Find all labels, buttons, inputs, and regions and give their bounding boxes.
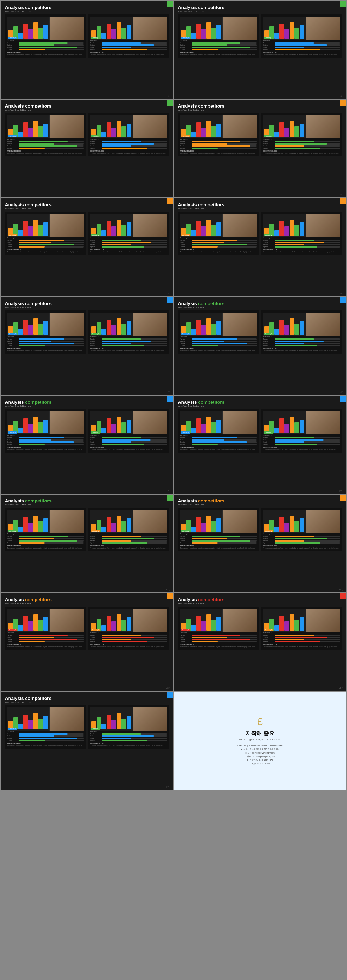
slide-9: Analysis competitors Insert Your Great S… — [1, 396, 173, 493]
desc-text: There are many variations of lorem ipsum… — [180, 54, 257, 56]
bar-label: Opinion — [7, 641, 18, 643]
desc-text: There are many variations of lorem ipsum… — [263, 350, 340, 352]
bar-row: Opinion — [90, 443, 167, 445]
bar-label: Opinion — [263, 147, 274, 149]
bar-label: Opinion — [90, 246, 101, 248]
bar-fill — [19, 439, 51, 441]
premium-label: PREMIUM SLIDES — [7, 249, 84, 251]
slide-title: Analysis competitors — [178, 400, 342, 405]
bar-row: Creative — [90, 540, 167, 541]
slide-number: (4) — [341, 193, 343, 196]
bar-fill — [102, 244, 131, 245]
slide-subtitle: Insert Your Great Subtitle Here — [5, 306, 169, 308]
bar-label: Creative — [180, 244, 191, 245]
bar-row: Opinion — [180, 246, 257, 248]
title-text: Analysis competitors — [178, 202, 224, 207]
bar-row: Number — [7, 634, 84, 636]
corner-badge — [340, 495, 346, 501]
slide-content: Company 1 Company 1 Number Statistic — [178, 310, 342, 354]
bar-fill — [19, 637, 54, 638]
company-card-0: Company 1 Company 1 Number Statistic — [5, 310, 86, 354]
bar-fill — [102, 143, 154, 145]
bar-fill — [192, 437, 237, 439]
bar-fill — [192, 339, 237, 340]
company-card-0: Company 1 Company 1 Number Statistic — [178, 113, 259, 156]
company-label: Company 1 — [7, 237, 84, 239]
title-text: Analysis competitors — [5, 301, 51, 306]
bar-fill — [102, 246, 144, 248]
bar-row: Number — [7, 141, 84, 142]
bar-fill — [275, 240, 314, 241]
slide-subtitle: Insert Your Great Subtitle Here — [5, 10, 169, 12]
bar-fill — [192, 240, 237, 241]
bar-row: Statistic — [263, 538, 340, 539]
bar-label: Statistic — [180, 439, 191, 441]
bar-track — [192, 542, 257, 544]
bar-row: Opinion — [180, 345, 257, 346]
bar-track — [102, 240, 167, 241]
bar-row: Number — [263, 634, 340, 636]
bar-label: Statistic — [180, 340, 191, 342]
bar-fill — [102, 148, 148, 149]
company-label: Company 2 — [263, 434, 340, 436]
bar-row: Number — [7, 733, 84, 735]
bar-row: Opinion — [7, 443, 84, 445]
bar-fill — [102, 444, 144, 445]
company-label: Company 1 — [7, 138, 84, 140]
bar-row: Statistic — [180, 44, 257, 46]
desc-text: There are many variations of lorem ipsum… — [90, 54, 167, 56]
company-card-0: Company 1 Company 1 Number Statistic — [5, 508, 86, 551]
bar-track — [19, 339, 84, 340]
bar-label: Opinion — [180, 246, 191, 248]
corner-badge — [340, 100, 346, 106]
bar-fill — [192, 246, 218, 248]
desc-text: There are many variations of lorem ipsum… — [263, 547, 340, 549]
bar-track — [275, 339, 340, 340]
bar-track — [19, 441, 84, 443]
bar-track — [192, 635, 257, 636]
bar-label: Creative — [90, 441, 101, 443]
premium-label: PREMIUM SLIDES — [7, 51, 84, 53]
slide-number: (11) — [166, 588, 170, 590]
bar-fill — [19, 143, 54, 145]
bar-track — [192, 339, 257, 340]
bar-fill — [192, 42, 240, 44]
premium-label: PREMIUM SLIDES — [263, 150, 340, 152]
bar-label: Statistic — [90, 439, 101, 441]
bar-track — [102, 345, 167, 346]
bar-label: Statistic — [90, 735, 101, 737]
thank-you-subtitle: We are happy to help you in your busines… — [239, 738, 280, 741]
bar-fill — [102, 735, 154, 737]
bar-row: Statistic — [263, 636, 340, 638]
company-label: Company 2 — [263, 336, 340, 337]
slides-grid: Analysis competitors Insert Your Great S… — [0, 0, 347, 791]
bar-label: Opinion — [263, 641, 274, 643]
bar-track — [102, 246, 167, 248]
slide-title: Analysis competitors — [5, 5, 169, 10]
bar-row: Statistic — [7, 538, 84, 539]
bar-label: Creative — [180, 540, 191, 541]
company-card-0: Company 1 Company 1 Number Statistic — [178, 212, 259, 255]
bar-track — [275, 141, 340, 142]
premium-label: PREMIUM SLIDES — [263, 644, 340, 645]
title-row: Analysis competitors Insert Your Great S… — [5, 103, 169, 111]
bar-track — [19, 244, 84, 245]
bar-label: Statistic — [90, 143, 101, 145]
bar-label: Statistic — [263, 143, 274, 145]
bar-label: Statistic — [180, 44, 191, 46]
corner-badge — [167, 100, 173, 106]
bar-row: Statistic — [90, 439, 167, 441]
bar-fill — [275, 242, 324, 243]
bar-track — [192, 437, 257, 439]
title-row: Analysis competitors Insert Your Great S… — [178, 301, 342, 308]
bar-track — [19, 444, 84, 445]
bar-track — [102, 444, 167, 445]
premium-label: PREMIUM SLIDES — [7, 743, 84, 744]
bar-row: Creative — [7, 46, 84, 48]
bar-row: Creative — [263, 540, 340, 541]
desc-text: There are many variations of lorem ipsum… — [180, 153, 257, 154]
bar-row: Opinion — [263, 49, 340, 50]
bar-row: Number — [180, 239, 257, 241]
slide-title: Analysis competitors — [178, 301, 342, 306]
bar-track — [275, 635, 340, 636]
